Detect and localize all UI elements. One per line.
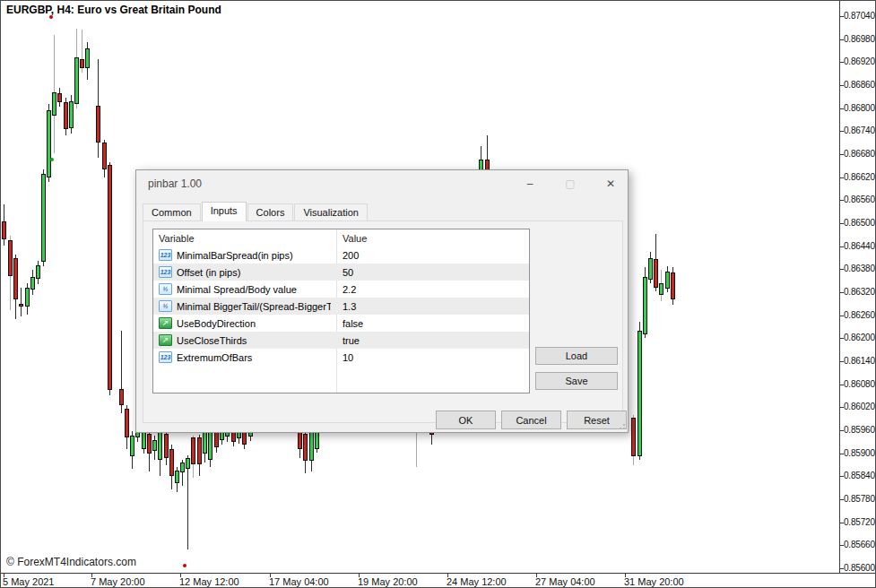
price-axis-label: 0.85960 (844, 426, 876, 435)
price-axis-label: 0.86200 (844, 333, 876, 342)
price-axis-label: 0.86140 (844, 357, 876, 366)
candle-body (637, 331, 642, 456)
param-row[interactable]: ½Minimal Spread/Body value2.2 (153, 281, 529, 298)
close-icon[interactable]: ✕ (602, 177, 620, 190)
candle-body (309, 431, 314, 461)
candle-wick (187, 455, 188, 549)
numeric-123-icon: 123 (159, 351, 172, 363)
price-axis-label: 0.86380 (844, 264, 876, 273)
time-axis-label: 19 May 20:00 (358, 576, 418, 587)
param-value[interactable]: false (343, 318, 363, 329)
candle-body (80, 59, 84, 68)
price-axis-label: 0.85840 (844, 471, 876, 480)
candle-body (303, 434, 308, 461)
price-axis-label: 0.87040 (844, 12, 876, 21)
param-name: 123ExtremumOfBars (159, 351, 331, 363)
watermark-credit: © ForexMT4Indicators.com (6, 556, 136, 568)
bool-chart-icon: ↗ (159, 317, 172, 329)
candle-body (147, 434, 152, 454)
candle-body (152, 440, 157, 451)
price-axis-label: 0.85600 (844, 564, 876, 573)
time-axis-label: 27 May 04:00 (535, 576, 595, 587)
candle-body (64, 102, 68, 129)
price-axis-label: 0.85660 (844, 540, 876, 549)
maximize-icon[interactable]: ▢ (561, 177, 579, 190)
price-axis-label: 0.86620 (844, 173, 876, 182)
candle-body (41, 174, 46, 262)
load-button[interactable]: Load (535, 347, 618, 365)
param-value[interactable]: 2.2 (343, 284, 356, 295)
bool-chart-icon: ↗ (159, 334, 172, 346)
numeric-123-icon: 123 (159, 249, 172, 261)
param-value[interactable]: 50 (343, 267, 353, 278)
candle-body (125, 409, 129, 437)
candle-body (85, 48, 90, 68)
candle-body (25, 288, 30, 307)
inputs-table[interactable]: VariableValue123MinimalBarSpread(in pips… (152, 229, 530, 393)
column-header-variable: Variable (159, 233, 331, 244)
price-axis-label: 0.86980 (844, 35, 876, 44)
candle-body (648, 258, 653, 280)
param-row[interactable]: ↗UseBodyDirectionfalse (153, 315, 529, 332)
candle-body (102, 143, 107, 169)
param-row[interactable]: ½Minimal BiggerTail/(Spread-BiggerTail).… (153, 298, 529, 315)
cancel-button[interactable]: Cancel (501, 411, 561, 429)
param-value[interactable]: true (343, 335, 360, 346)
pinbar-signal-dot (50, 158, 54, 161)
candle-body (8, 240, 13, 276)
param-value[interactable]: 10 (343, 352, 353, 363)
candle-body (164, 434, 169, 458)
price-axis-label: 0.85900 (844, 449, 876, 458)
tab-common[interactable]: Common (143, 203, 201, 221)
price-axis-label: 0.86680 (844, 150, 876, 159)
candle-body (57, 93, 62, 102)
dialog-title: pinbar 1.00 (148, 177, 202, 190)
price-axis-label: 0.86260 (844, 311, 876, 320)
pinbar-signal-dot (49, 15, 53, 19)
time-axis-label: 31 May 20:00 (624, 576, 684, 587)
param-value[interactable]: 200 (343, 250, 359, 261)
tab-visualization[interactable]: Visualization (294, 203, 368, 221)
param-row[interactable]: 123MinimalBarSpread(in pips)200 (153, 246, 529, 264)
window-controls: – ▢ ✕ (521, 170, 620, 197)
price-axis-label: 0.86080 (844, 380, 876, 389)
ok-button[interactable]: OK (436, 411, 496, 429)
candle-body (36, 265, 40, 279)
mt5-chart-window: EURGBP, H4: Euro vs Great Britain Pound … (0, 0, 876, 588)
time-axis-label: 24 May 12:00 (447, 576, 507, 587)
candle-body (52, 92, 56, 116)
candle-body (169, 449, 174, 476)
candle-body (69, 101, 74, 128)
candle-body (96, 106, 100, 143)
time-axis-label: 7 May 20:00 (91, 576, 145, 587)
candle-body (108, 165, 112, 390)
resize-grip-icon[interactable] (616, 420, 625, 429)
save-button[interactable]: Save (535, 372, 618, 390)
candle-wick (21, 288, 22, 316)
tab-colors[interactable]: Colors (247, 203, 294, 221)
candle-body (654, 259, 658, 288)
price-axis-label: 0.86560 (844, 195, 876, 204)
candle-body (197, 437, 202, 464)
tab-strip: CommonInputsColorsVisualization (143, 203, 369, 221)
param-row[interactable]: ↗UseCloseThirdstrue (153, 332, 529, 349)
param-value[interactable]: 1.3 (343, 301, 356, 312)
candle-body (180, 463, 185, 472)
pinbar-signal-dot (183, 564, 186, 567)
candle-body (191, 437, 195, 464)
candle-body (659, 283, 664, 295)
minimize-icon[interactable]: – (521, 177, 539, 190)
candle-body (13, 258, 18, 299)
param-row[interactable]: 123ExtremumOfBars10 (153, 349, 529, 366)
param-name: ½Minimal BiggerTail/(Spread-BiggerTail).… (159, 300, 331, 312)
candle-body (158, 429, 162, 460)
dialog-titlebar[interactable]: pinbar 1.00 – ▢ ✕ (136, 170, 628, 197)
price-axis-label: 0.86020 (844, 402, 876, 411)
time-axis-label: 17 May 04:00 (269, 576, 329, 587)
param-name: ↗UseBodyDirection (159, 317, 331, 329)
candle-body (665, 272, 670, 289)
price-axis-label: 0.85780 (844, 495, 876, 504)
tab-inputs[interactable]: Inputs (202, 202, 247, 221)
param-row[interactable]: 123Offset (in pips)50 (153, 264, 529, 281)
candle-body (203, 431, 207, 454)
